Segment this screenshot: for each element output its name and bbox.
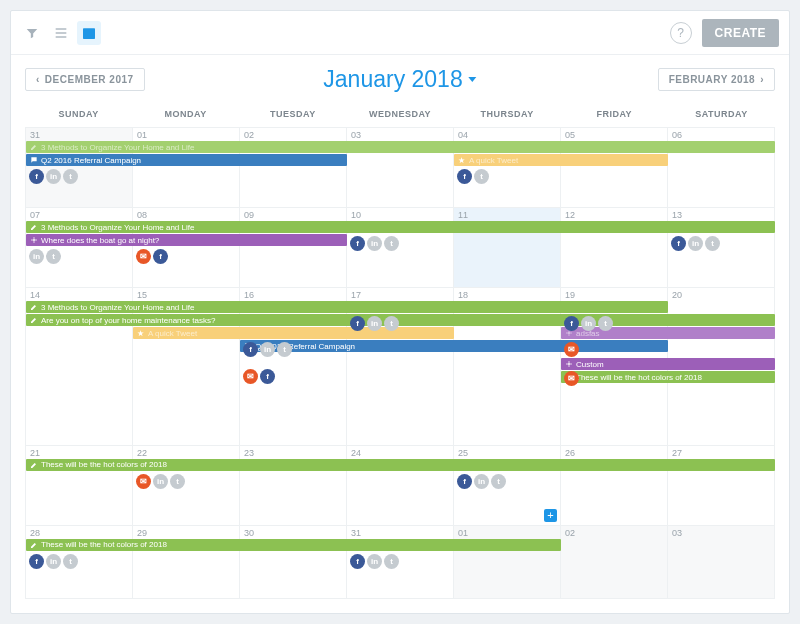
chevron-left-icon: ‹ xyxy=(36,74,40,85)
calendar-view-icon[interactable] xyxy=(77,21,101,45)
em-icon[interactable]: ✉ xyxy=(136,474,151,489)
day-number: 20 xyxy=(672,290,682,300)
li-icon[interactable]: in xyxy=(367,554,382,569)
social-icons: fint xyxy=(454,473,509,490)
li-icon[interactable]: in xyxy=(474,474,489,489)
event-bar[interactable]: Q2 2016 Referral Campaign xyxy=(26,154,347,166)
li-icon[interactable]: in xyxy=(46,169,61,184)
svg-point-6 xyxy=(35,239,36,240)
day-number: 27 xyxy=(672,448,682,458)
month-title[interactable]: January 2018 xyxy=(323,66,476,93)
fb-icon[interactable]: f xyxy=(564,316,579,331)
filter-icon[interactable] xyxy=(21,21,45,45)
tw-icon[interactable]: t xyxy=(46,249,61,264)
day-number: 16 xyxy=(244,290,254,300)
fb-icon[interactable]: f xyxy=(671,236,686,251)
view-switch xyxy=(21,21,101,45)
event-bar[interactable]: These will be the hot colors of 2018 xyxy=(26,539,561,551)
tw-icon[interactable]: t xyxy=(384,236,399,251)
fb-icon[interactable]: f xyxy=(243,342,258,357)
event-bar[interactable]: ★A quick Tweet xyxy=(133,327,454,339)
next-month-button[interactable]: FEBRUARY 2018› xyxy=(658,68,775,91)
li-icon[interactable]: in xyxy=(367,316,382,331)
day-headers: SUNDAYMONDAYTUESDAYWEDNESDAYTHURSDAYFRID… xyxy=(25,103,775,127)
day-cell[interactable]: 01 xyxy=(454,526,561,599)
day-number: 31 xyxy=(351,528,361,538)
day-number: 03 xyxy=(351,130,361,140)
tw-icon[interactable]: t xyxy=(63,554,78,569)
li-icon[interactable]: in xyxy=(260,342,275,357)
help-icon[interactable]: ? xyxy=(670,22,692,44)
fb-icon[interactable]: f xyxy=(457,169,472,184)
fb-icon[interactable]: f xyxy=(29,169,44,184)
em-icon[interactable]: ✉ xyxy=(243,369,258,384)
day-number: 02 xyxy=(244,130,254,140)
event-bar[interactable]: These will be the hot colors of 2018 xyxy=(561,371,775,383)
day-cell[interactable]: 26 xyxy=(561,446,668,526)
em-icon[interactable]: ✉ xyxy=(136,249,151,264)
day-number: 07 xyxy=(30,210,40,220)
social-icons: fint xyxy=(668,235,723,252)
month-nav: ‹DECEMBER 2017 January 2018 FEBRUARY 201… xyxy=(11,55,789,103)
create-button[interactable]: CREATE xyxy=(702,19,779,47)
fb-icon[interactable]: f xyxy=(457,474,472,489)
event-bar[interactable]: These will be the hot colors of 2018 xyxy=(26,459,775,471)
day-cell[interactable]: 01 xyxy=(133,128,240,208)
tw-icon[interactable]: t xyxy=(384,554,399,569)
fb-icon[interactable]: f xyxy=(153,249,168,264)
li-icon[interactable]: in xyxy=(688,236,703,251)
tw-icon[interactable]: t xyxy=(277,342,292,357)
event-bar[interactable]: Where does the boat go at night? xyxy=(26,234,347,246)
day-cell[interactable]: 03 xyxy=(347,128,454,208)
day-cell[interactable]: 29 xyxy=(133,526,240,599)
day-number: 05 xyxy=(565,130,575,140)
fb-icon[interactable]: f xyxy=(350,316,365,331)
add-event-button[interactable]: + xyxy=(544,509,557,522)
day-cell[interactable]: 27 xyxy=(668,446,775,526)
prev-month-button[interactable]: ‹DECEMBER 2017 xyxy=(25,68,145,91)
li-icon[interactable]: in xyxy=(46,554,61,569)
day-cell[interactable]: 02 xyxy=(561,526,668,599)
slack-icon xyxy=(30,236,38,244)
day-cell[interactable]: 03 xyxy=(668,526,775,599)
fb-icon[interactable]: f xyxy=(350,236,365,251)
day-number: 25 xyxy=(458,448,468,458)
chevron-right-icon: › xyxy=(760,74,764,85)
fb-icon[interactable]: f xyxy=(350,554,365,569)
day-cell[interactable]: 05 xyxy=(561,128,668,208)
event-bar[interactable]: 3 Methods to Organize Your Home and Life xyxy=(26,141,775,153)
day-cell[interactable]: 30 xyxy=(240,526,347,599)
tw-icon[interactable]: t xyxy=(384,316,399,331)
social-icons: fint xyxy=(26,553,81,570)
day-number: 15 xyxy=(137,290,147,300)
event-bar[interactable]: Q2 2016 Referral Campaign xyxy=(240,340,668,352)
tw-icon[interactable]: t xyxy=(63,169,78,184)
day-cell[interactable]: 09 xyxy=(240,208,347,288)
tw-icon[interactable]: t xyxy=(474,169,489,184)
day-cell[interactable]: 23 xyxy=(240,446,347,526)
li-icon[interactable]: in xyxy=(29,249,44,264)
day-cell[interactable]: 02 xyxy=(240,128,347,208)
fb-icon[interactable]: f xyxy=(260,369,275,384)
li-icon[interactable]: in xyxy=(153,474,168,489)
event-bar[interactable]: Custom xyxy=(561,358,775,370)
li-icon[interactable]: in xyxy=(367,236,382,251)
event-bar[interactable]: ★A quick Tweet xyxy=(454,154,668,166)
day-number: 08 xyxy=(137,210,147,220)
tw-icon[interactable]: t xyxy=(491,474,506,489)
fb-icon[interactable]: f xyxy=(29,554,44,569)
event-bar[interactable]: 3 Methods to Organize Your Home and Life xyxy=(26,301,668,313)
list-view-icon[interactable] xyxy=(49,21,73,45)
day-cell[interactable]: 11 xyxy=(454,208,561,288)
day-cell[interactable]: 21 xyxy=(26,446,133,526)
tw-icon[interactable]: t xyxy=(170,474,185,489)
tw-icon[interactable]: t xyxy=(598,316,613,331)
em-icon[interactable]: ✉ xyxy=(564,342,579,357)
day-cell[interactable]: 12 xyxy=(561,208,668,288)
li-icon[interactable]: in xyxy=(581,316,596,331)
event-bar[interactable]: 3 Methods to Organize Your Home and Life xyxy=(26,221,775,233)
day-cell[interactable]: 06 xyxy=(668,128,775,208)
day-cell[interactable]: 24 xyxy=(347,446,454,526)
tw-icon[interactable]: t xyxy=(705,236,720,251)
em-icon[interactable]: ✉ xyxy=(564,371,579,386)
